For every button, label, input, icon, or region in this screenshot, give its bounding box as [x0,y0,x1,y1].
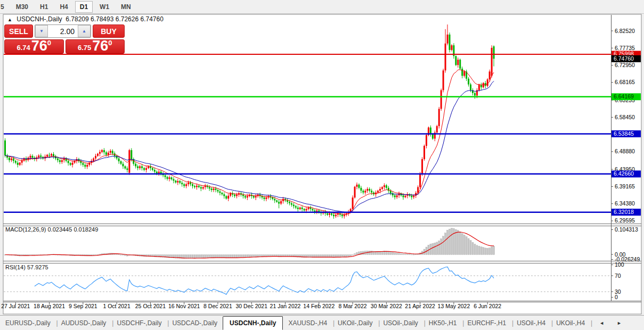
candle [278,202,280,203]
candle [280,201,282,204]
volume-input[interactable]: 2.00 [48,25,78,37]
tab-ukoil-daily[interactable]: UKOil-,Daily [332,317,378,329]
tab-audusd-daily[interactable]: AUDUSD-,Daily [56,317,112,329]
price-axis-label: 6.29595 [615,217,635,224]
candle [167,177,168,179]
candle [17,163,19,165]
macd-histogram-bar [436,242,438,255]
macd-histogram-bar [219,255,221,258]
candle [470,85,471,90]
candle [84,165,86,167]
macd-histogram-bar [468,238,469,255]
timeframe-tab-5[interactable]: 5 [0,1,9,13]
macd-histogram-bar [447,230,449,254]
price-tag-label: 6.74760 [614,55,634,62]
macd-histogram-bar [236,255,238,258]
candle [394,195,396,197]
candle [255,196,257,197]
candle [276,200,278,202]
price-axis-label: 6.82520 [615,28,635,34]
price-tag-label: 6.53845 [614,130,634,137]
tab-eurusd-daily[interactable]: EURUSD-,Daily [0,317,56,329]
macd-histogram-bar [478,246,480,254]
macd-histogram-bar [196,255,198,258]
sell-price-panel[interactable]: 6.74 76 0 [4,39,64,54]
macd-histogram-bar [404,254,406,254]
candle [312,209,313,211]
volume-decrease-icon[interactable]: ▼ [35,25,48,37]
macd-histogram-bar [443,236,444,255]
candle [274,199,275,201]
timeframe-tab-mn[interactable]: MN [116,1,136,13]
candle [221,193,223,194]
macd-indicator-label: MACD(12,26,9) 0.023445 0.018249 [5,226,98,233]
candle [131,150,132,159]
timeframe-tab-m30[interactable]: M30 [11,1,33,13]
tab-ukoil-h4[interactable]: UKOil-,H4 [551,317,590,329]
tab-xauusd-h4[interactable]: XAUUSD-,H4 [283,317,332,329]
candle [213,188,215,190]
volume-increase-icon[interactable]: ▲ [78,25,91,37]
tab-usdcnh-daily[interactable]: USDCNH-,Daily [223,316,283,330]
macd-histogram-bar [491,246,493,254]
timeframe-tab-h1[interactable]: H1 [35,1,53,13]
candle [331,213,332,215]
date-axis-label: 13 May 2022 [438,303,470,309]
candle [57,159,59,160]
candle [95,156,96,159]
candle [175,180,176,182]
timeframe-tab-h4[interactable]: H4 [55,1,72,13]
macd-histogram-bar [409,254,410,255]
timeframe-tab-d1[interactable]: D1 [75,1,93,13]
macd-histogram-bar [401,253,402,254]
buy-price-point: 0 [108,39,112,47]
macd-histogram-bar [329,255,330,258]
macd-histogram-bar [415,254,417,255]
candle [487,79,488,86]
candle [438,109,440,126]
macd-histogram-bar [459,232,461,254]
macd-histogram-bar [213,255,215,258]
candle [304,209,305,211]
tab-usdcad-daily[interactable]: USDCAD-,Daily [167,317,223,329]
candle [139,166,141,168]
candle [93,159,94,161]
macd-histogram-bar [251,255,252,257]
candle [306,209,307,211]
tab-eurchf-h1[interactable]: EURCHF-,H1 [462,317,511,329]
tab-usoil-h4[interactable]: USOil-,H4 [511,317,551,329]
candle [152,168,153,170]
candle [145,168,147,170]
candle [53,154,54,156]
collapse-panel-icon[interactable]: ▲ [7,17,12,22]
candle [141,166,143,168]
ohlc-close: 6.74760 [140,15,163,23]
candle [122,164,124,167]
tab-scroll-right-icon[interactable]: ► [613,319,625,327]
macd-histogram-bar [449,229,451,254]
macd-histogram-bar [487,248,488,254]
date-axis-label: 8 Dec 2021 [203,303,232,309]
macd-histogram-bar [192,255,193,259]
tab-scroll-left-icon[interactable]: ◄ [596,319,608,327]
buy-button[interactable]: BUY [93,24,125,38]
price-axis-label: 6.34380 [615,200,635,207]
timeframe-tab-w1[interactable]: W1 [95,1,114,13]
candle [426,135,427,146]
date-axis-label: 30 Mar 2022 [371,303,402,309]
tab-usdchf-daily[interactable]: USDCHF-,Daily [111,317,167,329]
candle [4,141,6,155]
buy-price-panel[interactable]: 6.75 76 0 [66,39,125,54]
candle [59,160,61,162]
macd-histogram-bar [249,255,250,257]
tab-usoil-daily[interactable]: USOil-,Daily [378,317,423,329]
macd-histogram-bar [267,255,269,257]
candle [381,187,383,189]
sell-button[interactable]: SELL [4,24,33,38]
candle [333,214,335,216]
chart-window-frame [3,14,641,314]
macd-histogram-bar [369,251,370,254]
candle [341,214,343,216]
candle [215,188,217,190]
tab-hk50-h1[interactable]: HK50-,H1 [423,317,462,329]
